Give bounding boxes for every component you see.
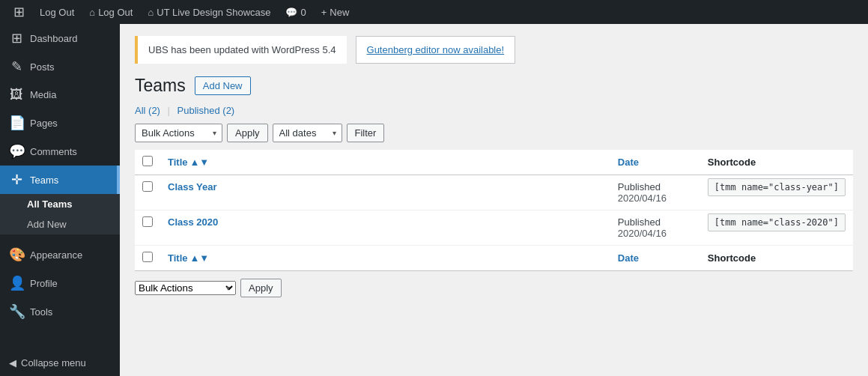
- row1-shortcode: [tmm name="class-year"]: [708, 178, 846, 196]
- sidebar-item-profile[interactable]: 👤 Profile: [0, 269, 120, 297]
- table-row: Class 2020 Published 2020/04/16 [tmm nam…: [135, 210, 853, 246]
- logout-item[interactable]: Log Out: [32, 0, 82, 24]
- dates-select[interactable]: All dates April 2020: [273, 124, 342, 142]
- footer-sort-icon: ▲▼: [190, 252, 210, 264]
- sidebar: ⊞ Dashboard ✎ Posts 🖼 Media 📄 Pages 💬 Co…: [0, 24, 120, 376]
- media-icon: 🖼: [9, 87, 24, 103]
- sidebar-item-comments[interactable]: 💬 Comments: [0, 137, 120, 166]
- bulk-actions-bottom-select[interactable]: Bulk Actions Edit Move to Trash: [135, 281, 236, 295]
- collapse-menu-button[interactable]: ◀ Collapse menu: [0, 350, 120, 376]
- table-row: Class Year Published 2020/04/16 [tmm nam…: [135, 175, 853, 210]
- home-icon: ⌂: [148, 7, 154, 18]
- all-teams-label: All Teams: [27, 198, 72, 210]
- row2-shortcode-cell: [tmm name="class-2020"]: [700, 210, 853, 246]
- sidebar-item-dashboard[interactable]: ⊞ Dashboard: [0, 24, 120, 52]
- bottom-toolbar: Bulk Actions Edit Move to Trash ▾ Apply: [135, 279, 853, 297]
- published-filter-link[interactable]: Published (2): [177, 105, 235, 116]
- footer-date-cell: Date: [610, 246, 700, 271]
- my-sites-item[interactable]: ⌂ Log Out: [82, 0, 140, 24]
- sidebar-subitem-add-new[interactable]: Add New: [0, 214, 120, 234]
- logout-label: Log Out: [40, 7, 74, 18]
- dashboard-icon: ⊞: [9, 30, 24, 46]
- my-sites-label: Log Out: [98, 7, 133, 18]
- gutenberg-notice: Gutenberg editor now available!: [356, 36, 516, 64]
- bulk-actions-bottom-wrap: Bulk Actions Edit Move to Trash ▾: [135, 281, 236, 295]
- sidebar-posts-label: Posts: [30, 61, 55, 73]
- all-filter-link[interactable]: All (2): [135, 105, 160, 116]
- footer-title-sort-link[interactable]: Title ▲▼: [168, 252, 209, 264]
- add-new-sub-label: Add New: [27, 219, 67, 230]
- page-title: Teams: [135, 76, 186, 96]
- footer-date-sort-link[interactable]: Date: [618, 252, 639, 264]
- header-date-cell: Date: [610, 150, 700, 175]
- sidebar-teams-label: Teams: [30, 175, 58, 186]
- tools-icon: 🔧: [9, 303, 24, 320]
- teams-icon: ✛: [9, 172, 24, 188]
- row1-cb: [135, 175, 160, 210]
- header-title-cell: Title ▲▼: [160, 150, 610, 175]
- plus-icon: +: [321, 7, 327, 18]
- add-new-button[interactable]: Add New: [195, 76, 251, 95]
- collapse-label: Collapse menu: [21, 357, 86, 369]
- house-icon: ⌂: [89, 7, 95, 18]
- sidebar-item-appearance[interactable]: 🎨 Appearance: [0, 240, 120, 269]
- title-header-label: Title: [168, 157, 188, 168]
- site-name-label: UT Live Design Showcase: [157, 7, 270, 18]
- comments-sidebar-icon: 💬: [9, 143, 24, 160]
- row2-shortcode: [tmm name="class-2020"]: [708, 213, 846, 231]
- row2-cb: [135, 210, 160, 246]
- select-all-bottom-checkbox[interactable]: [142, 252, 153, 262]
- row1-date: 2020/04/16: [618, 192, 667, 204]
- gutenberg-link[interactable]: Gutenberg editor now available!: [367, 44, 505, 55]
- row2-checkbox[interactable]: [142, 216, 153, 227]
- table-footer-row: Title ▲▼ Date Shortcode: [135, 246, 853, 271]
- sidebar-media-label: Media: [30, 89, 56, 100]
- sidebar-item-posts[interactable]: ✎ Posts: [0, 52, 120, 81]
- sidebar-profile-label: Profile: [30, 278, 58, 289]
- row1-title-cell: Class Year: [160, 175, 610, 210]
- new-item[interactable]: + New: [314, 0, 357, 24]
- main-content: UBS has been updated with WordPress 5.4 …: [120, 24, 868, 376]
- footer-shortcode-cell: Shortcode: [700, 246, 853, 271]
- teams-submenu: All Teams Add New: [0, 194, 120, 234]
- row2-title-link[interactable]: Class 2020: [168, 216, 218, 228]
- table-header-row: Title ▲▼ Date Shortcode: [135, 150, 853, 175]
- collapse-icon: ◀: [9, 357, 16, 369]
- apply-button-top[interactable]: Apply: [227, 124, 268, 142]
- sidebar-comments-label: Comments: [30, 146, 77, 157]
- sidebar-subitem-all-teams[interactable]: All Teams: [0, 194, 120, 214]
- profile-icon: 👤: [9, 275, 24, 291]
- row1-date-cell: Published 2020/04/16: [610, 175, 700, 210]
- new-label: New: [330, 7, 349, 18]
- dates-wrap: All dates April 2020 ▾: [273, 124, 342, 142]
- title-sort-link[interactable]: Title ▲▼: [168, 157, 209, 168]
- header-shortcode-cell: Shortcode: [700, 150, 853, 175]
- select-all-checkbox[interactable]: [142, 156, 153, 166]
- site-name-item[interactable]: ⌂ UT Live Design Showcase: [140, 0, 278, 24]
- row1-checkbox[interactable]: [142, 181, 153, 192]
- date-header-label: Date: [618, 157, 639, 168]
- sidebar-item-tools[interactable]: 🔧 Tools: [0, 297, 120, 326]
- sidebar-item-media[interactable]: 🖼 Media: [0, 81, 120, 109]
- admin-bar: ⊞ Log Out ⌂ Log Out ⌂ UT Live Design Sho…: [0, 0, 868, 24]
- sidebar-tools-label: Tools: [30, 306, 52, 318]
- teams-table: Title ▲▼ Date Shortcode: [135, 150, 853, 271]
- bulk-actions-wrap: Bulk Actions Edit Move to Trash ▾: [135, 124, 222, 142]
- filter-separator: |: [168, 105, 170, 116]
- apply-button-bottom[interactable]: Apply: [240, 279, 282, 297]
- sidebar-item-teams[interactable]: ✛ Teams: [0, 166, 120, 194]
- row1-title-link[interactable]: Class Year: [168, 181, 217, 192]
- footer-checkbox-cell: [135, 246, 160, 271]
- filter-button[interactable]: Filter: [347, 124, 385, 142]
- date-sort-link[interactable]: Date: [618, 157, 639, 168]
- comments-item[interactable]: 💬 0: [278, 0, 313, 24]
- footer-title-label: Title: [168, 252, 188, 264]
- row2-date-cell: Published 2020/04/16: [610, 210, 700, 246]
- page-heading: Teams Add New: [135, 76, 853, 96]
- wp-logo-item[interactable]: ⊞: [6, 0, 32, 24]
- bulk-actions-select[interactable]: Bulk Actions Edit Move to Trash: [135, 124, 222, 142]
- sidebar-pages-label: Pages: [30, 118, 58, 129]
- comment-icon: 💬: [285, 7, 297, 18]
- sidebar-item-pages[interactable]: 📄 Pages: [0, 109, 120, 137]
- footer-title-cell: Title ▲▼: [160, 246, 610, 271]
